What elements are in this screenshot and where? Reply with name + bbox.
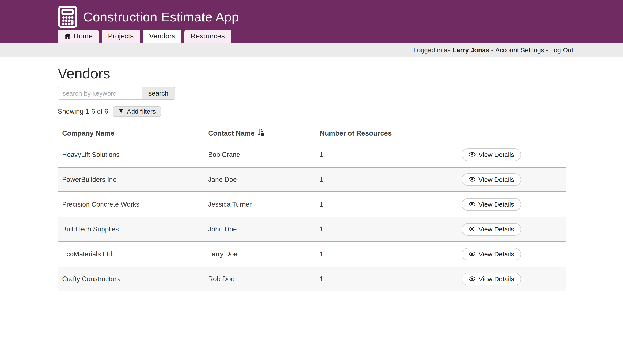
tab-label: Home <box>74 32 92 40</box>
search-row: search <box>58 87 566 100</box>
sort-amount-down-icon[interactable] <box>257 128 265 138</box>
company-cell: HeavyLift Solutions <box>58 151 208 159</box>
logged-in-prefix: Logged in as <box>413 46 451 54</box>
table-row: BuildTech Supplies John Doe 1 View Detai… <box>58 217 566 242</box>
view-details-label: View Details <box>479 176 514 183</box>
resources-cell: 1 <box>320 275 461 283</box>
add-filters-button[interactable]: Add filters <box>113 106 161 117</box>
actions-cell: View Details <box>461 223 566 236</box>
actions-cell: View Details <box>461 273 566 285</box>
main-content: Vendors search Showing 1-6 of 6 Add filt… <box>0 65 623 291</box>
resources-cell: 1 <box>320 201 461 208</box>
column-header-resources: Number of Resources <box>320 129 461 137</box>
contact-cell: Rob Doe <box>208 275 320 283</box>
log-out-link[interactable]: Log Out <box>550 46 573 54</box>
column-header-contact-label: Contact Name <box>208 129 255 137</box>
nav-tabs: Home Projects Vendors Resources <box>58 30 231 42</box>
logged-in-username: Larry Jonas <box>452 46 489 54</box>
tab-home[interactable]: Home <box>58 30 99 42</box>
vendor-table: Company Name Contact Name <box>58 125 566 291</box>
table-row: PowerBuilders Inc. Jane Doe 1 View Detai… <box>58 167 566 192</box>
separator: - <box>546 46 548 54</box>
resources-cell: 1 <box>320 225 461 233</box>
resources-cell: 1 <box>320 250 461 258</box>
company-cell: Precision Concrete Works <box>58 201 208 208</box>
table-row: Precision Concrete Works Jessica Turner … <box>58 192 566 217</box>
eye-icon <box>468 151 476 159</box>
view-details-button[interactable]: View Details <box>462 198 521 211</box>
view-details-button[interactable]: View Details <box>462 248 521 261</box>
calculator-icon <box>58 6 78 28</box>
tab-resources[interactable]: Resources <box>184 30 231 42</box>
eye-icon <box>468 201 476 208</box>
filter-funnel-icon <box>118 108 124 115</box>
view-details-label: View Details <box>479 250 514 258</box>
add-filters-label: Add filters <box>127 108 156 115</box>
contact-cell: Jane Doe <box>208 176 320 183</box>
eye-icon <box>468 250 476 258</box>
tab-label: Vendors <box>149 32 175 40</box>
contact-cell: Larry Doe <box>208 250 320 258</box>
eye-icon <box>468 176 476 183</box>
search-input[interactable] <box>58 87 142 100</box>
home-icon <box>64 33 71 40</box>
app-title: Construction Estimate App <box>83 10 239 24</box>
resources-cell: 1 <box>320 176 461 183</box>
search-widget: search <box>58 87 176 100</box>
company-cell: PowerBuilders Inc. <box>58 176 208 183</box>
eye-icon <box>468 226 476 233</box>
tab-label: Resources <box>191 32 225 40</box>
column-header-contact: Contact Name <box>208 128 320 138</box>
actions-cell: View Details <box>461 248 566 261</box>
view-details-label: View Details <box>479 201 514 208</box>
account-bar: Logged in as Larry Jonas - Account Setti… <box>0 42 623 58</box>
contact-cell: John Doe <box>208 225 320 233</box>
page-title: Vendors <box>58 65 566 82</box>
contact-cell: Bob Crane <box>208 151 320 159</box>
contact-cell: Jessica Turner <box>208 201 320 208</box>
tab-label: Projects <box>108 32 134 40</box>
table-body: HeavyLift Solutions Bob Crane 1 View Det… <box>58 142 566 291</box>
app-brand: Construction Estimate App <box>0 0 623 28</box>
account-settings-link[interactable]: Account Settings <box>495 46 544 54</box>
tab-vendors[interactable]: Vendors <box>143 30 181 42</box>
vendors-page: Construction Estimate App Home Projects … <box>0 0 623 364</box>
actions-cell: View Details <box>461 173 566 186</box>
separator: - <box>491 46 493 54</box>
actions-cell: View Details <box>461 198 566 211</box>
table-header-row: Company Name Contact Name <box>58 125 566 142</box>
company-cell: BuildTech Supplies <box>58 225 208 233</box>
view-details-label: View Details <box>479 151 514 159</box>
view-details-button[interactable]: View Details <box>462 173 521 186</box>
table-row: HeavyLift Solutions Bob Crane 1 View Det… <box>58 142 566 167</box>
view-details-button[interactable]: View Details <box>462 148 521 161</box>
tab-projects[interactable]: Projects <box>102 30 140 42</box>
company-cell: Crafty Constructors <box>58 275 208 283</box>
view-details-button[interactable]: View Details <box>462 223 521 236</box>
table-row: EcoMaterials Ltd. Larry Doe 1 View Detai… <box>58 242 566 266</box>
filters-row: Showing 1-6 of 6 Add filters <box>58 106 566 117</box>
company-cell: EcoMaterials Ltd. <box>58 250 208 258</box>
eye-icon <box>468 275 476 283</box>
resources-cell: 1 <box>320 151 461 159</box>
view-details-label: View Details <box>479 226 514 233</box>
app-header: Construction Estimate App Home Projects … <box>0 0 623 42</box>
search-button[interactable]: search <box>142 87 175 100</box>
table-row: Crafty Constructors Rob Doe 1 View Detai… <box>58 266 566 291</box>
showing-count-text: Showing 1-6 of 6 <box>58 108 108 115</box>
view-details-button[interactable]: View Details <box>462 273 521 285</box>
actions-cell: View Details <box>461 148 566 161</box>
column-header-company: Company Name <box>58 129 208 137</box>
view-details-label: View Details <box>479 275 514 283</box>
